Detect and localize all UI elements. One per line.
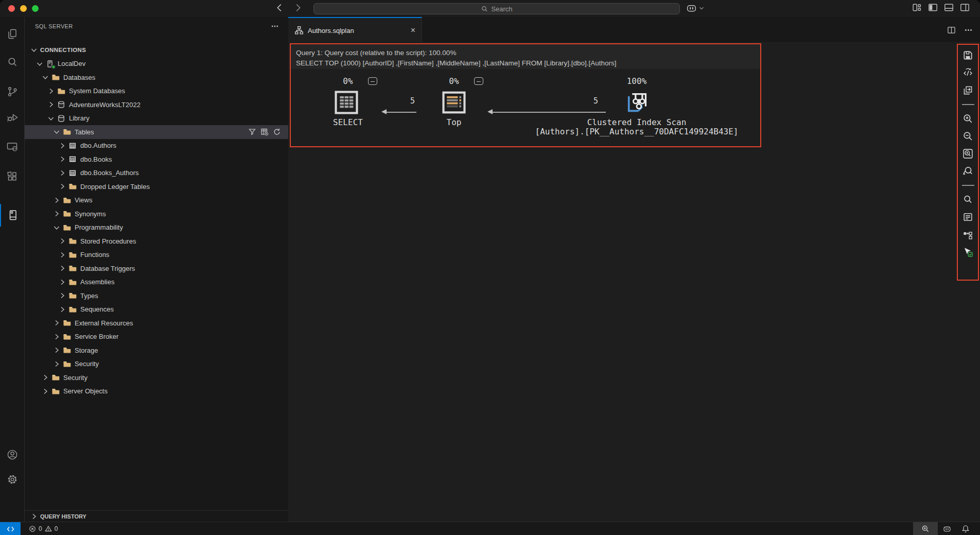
zoom-to-fit-icon[interactable] <box>962 148 973 159</box>
tree-item-assemblies[interactable]: Assemblies <box>25 275 288 289</box>
query-plan-canvas[interactable]: Query 1: Query cost (relative to the scr… <box>290 43 761 147</box>
customize-layout-icon[interactable] <box>912 3 922 12</box>
chevron-right-icon[interactable] <box>52 346 61 354</box>
zoom-out-icon[interactable] <box>962 131 973 142</box>
remote-indicator[interactable] <box>0 522 21 535</box>
show-query-xml-icon[interactable] <box>962 67 973 78</box>
chevron-right-icon[interactable] <box>47 100 55 109</box>
collapse-node-button[interactable] <box>474 77 483 85</box>
tree-item-library[interactable]: Library <box>25 112 288 126</box>
back-icon[interactable] <box>274 2 285 13</box>
tree-item-tables[interactable]: Tables <box>25 125 288 139</box>
tree-item-synonyms[interactable]: Synonyms <box>25 207 288 221</box>
chevron-right-icon[interactable] <box>58 237 66 245</box>
tree-item-dbo-books-authors[interactable]: dbo.Books_Authors <box>25 166 288 180</box>
chevron-right-icon[interactable] <box>52 196 61 204</box>
query-history-section[interactable]: QUERY HISTORY <box>25 510 288 522</box>
tree-item-security-server[interactable]: Security <box>25 371 288 385</box>
copilot-status-button[interactable] <box>938 522 956 535</box>
chevron-right-icon[interactable] <box>58 142 66 150</box>
chevron-right-icon[interactable] <box>52 210 61 218</box>
refresh-icon[interactable] <box>273 128 281 136</box>
toggle-secondary-sidebar-icon[interactable] <box>960 3 970 12</box>
notifications-button[interactable] <box>956 522 975 535</box>
filter-icon[interactable] <box>248 128 256 136</box>
tree-item-programmability[interactable]: Programmability <box>25 221 288 235</box>
chevron-right-icon[interactable] <box>52 333 61 341</box>
activity-run-debug[interactable] <box>0 106 25 129</box>
chevron-right-icon[interactable] <box>58 182 66 191</box>
tree-item-databases[interactable]: Databases <box>25 71 288 84</box>
select-node-icon[interactable] <box>335 91 358 114</box>
tree-item-stored-procedures[interactable]: Stored Procedures <box>25 234 288 248</box>
tree-item-dropped-ledger-tables[interactable]: Dropped Ledger Tables <box>25 180 288 194</box>
toggle-tooltips-icon[interactable] <box>962 247 973 257</box>
copilot-menu[interactable] <box>686 3 705 13</box>
activity-settings[interactable] <box>0 468 25 491</box>
activity-extensions[interactable] <box>0 165 25 188</box>
add-table-icon[interactable] <box>260 128 269 136</box>
activity-source-control[interactable] <box>0 80 25 103</box>
toggle-primary-sidebar-icon[interactable] <box>928 3 938 12</box>
close-tab-icon[interactable]: × <box>411 26 415 35</box>
open-query-icon[interactable] <box>962 85 973 96</box>
chevron-right-icon[interactable] <box>52 360 61 368</box>
zoom-status-button[interactable] <box>913 522 938 535</box>
tree-item-sequences[interactable]: Sequences <box>25 303 288 317</box>
properties-icon[interactable] <box>962 212 973 222</box>
more-actions-icon[interactable] <box>271 22 279 30</box>
chevron-down-icon[interactable] <box>47 114 55 123</box>
chevron-right-icon[interactable] <box>41 387 49 395</box>
activity-sql-server[interactable] <box>0 204 25 227</box>
edge-top-to-select[interactable] <box>384 112 416 113</box>
close-window-button[interactable] <box>8 5 15 12</box>
chevron-down-icon[interactable] <box>41 73 49 81</box>
tree-item-storage[interactable]: Storage <box>25 343 288 357</box>
custom-zoom-icon[interactable] <box>962 166 973 177</box>
collapse-node-button[interactable] <box>368 77 377 85</box>
tree-item-server-objects[interactable]: Server Objects <box>25 385 288 399</box>
tree-item-system-databases[interactable]: System Databases <box>25 84 288 98</box>
tree-item-connections[interactable]: CONNECTIONS <box>25 43 288 57</box>
activity-remote-explorer[interactable] <box>0 135 25 158</box>
tree-item-security-db[interactable]: Security <box>25 357 288 371</box>
chevron-down-icon[interactable] <box>52 223 61 232</box>
split-editor-icon[interactable] <box>947 26 956 34</box>
chevron-right-icon[interactable] <box>58 264 66 272</box>
tree-item-types[interactable]: Types <box>25 289 288 303</box>
top-node-icon[interactable] <box>442 91 466 114</box>
chevron-right-icon[interactable] <box>58 291 66 300</box>
chevron-right-icon[interactable] <box>58 305 66 314</box>
chevron-right-icon[interactable] <box>41 373 49 382</box>
search-input[interactable]: Search <box>313 3 680 14</box>
chevron-right-icon[interactable] <box>52 319 61 327</box>
tab-authors-sqlplan[interactable]: Authors.sqlplan × <box>288 17 422 43</box>
tree-item-dbo-books[interactable]: dbo.Books <box>25 152 288 166</box>
toggle-panel-icon[interactable] <box>944 3 954 12</box>
zoom-in-icon[interactable] <box>962 113 973 124</box>
minimize-window-button[interactable] <box>20 5 27 12</box>
more-actions-icon[interactable] <box>964 26 973 34</box>
tree-item-localdev[interactable]: LocalDev <box>25 57 288 71</box>
chevron-down-icon[interactable] <box>36 60 44 68</box>
tree-item-functions[interactable]: Functions <box>25 248 288 262</box>
chevron-right-icon[interactable] <box>58 278 66 286</box>
chevron-right-icon[interactable] <box>47 87 55 95</box>
forward-icon[interactable] <box>292 2 304 13</box>
activity-explorer[interactable] <box>0 23 25 45</box>
save-plan-icon[interactable] <box>962 50 973 61</box>
chevron-right-icon[interactable] <box>58 155 66 163</box>
tree-item-external-resources[interactable]: External Resources <box>25 316 288 330</box>
tree-item-database-triggers[interactable]: Database Triggers <box>25 262 288 275</box>
find-node-icon[interactable] <box>962 194 973 205</box>
chevron-down-icon[interactable] <box>30 46 38 54</box>
chevron-right-icon[interactable] <box>58 251 66 259</box>
edge-scan-to-top[interactable] <box>491 112 606 113</box>
maximize-window-button[interactable] <box>32 5 39 12</box>
problems-status[interactable]: 0 0 <box>29 522 58 535</box>
chevron-down-icon[interactable] <box>52 128 61 136</box>
activity-accounts[interactable] <box>0 443 25 466</box>
clustered-index-scan-icon[interactable] <box>625 91 649 115</box>
tree-item-adventureworkslt2022[interactable]: AdventureWorksLT2022 <box>25 98 288 112</box>
activity-search[interactable] <box>0 51 25 74</box>
